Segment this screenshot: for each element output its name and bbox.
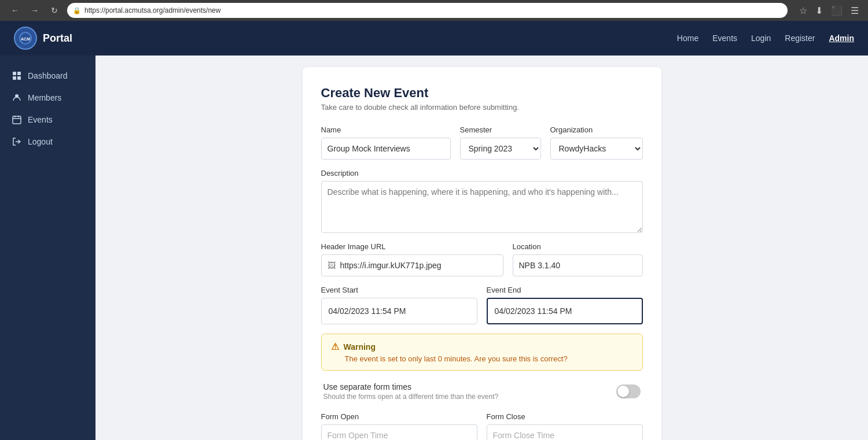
toggle-row: Use separate form times Should the forms… — [323, 382, 641, 401]
event-start-input[interactable] — [321, 298, 477, 324]
warning-icon: ⚠ — [331, 341, 339, 352]
location-label: Location — [513, 242, 643, 251]
logout-icon — [12, 136, 22, 147]
org-label: Organization — [550, 125, 643, 134]
form-open-label: Form Open — [321, 412, 477, 421]
svg-rect-5 — [17, 76, 21, 80]
app-body: Dashboard Members Events — [0, 56, 868, 440]
user-icon — [12, 93, 22, 103]
lock-icon: 🔒 — [73, 7, 81, 14]
description-label: Description — [321, 169, 643, 178]
grid-icon — [12, 71, 22, 81]
form-subtitle: Take care to double check all informatio… — [321, 103, 643, 112]
event-datetime-row: Event Start Event End — [321, 286, 643, 324]
sidebar-events-label: Events — [28, 115, 53, 124]
sidebar-item-members[interactable]: Members — [0, 87, 95, 109]
header-image-input[interactable] — [340, 261, 497, 270]
extensions-icon[interactable]: ⬛ — [829, 4, 845, 17]
sidebar-item-events[interactable]: Events — [0, 109, 95, 131]
description-textarea[interactable] — [321, 181, 643, 233]
name-label: Name — [321, 125, 451, 134]
semester-select[interactable]: Spring 2023 — [460, 138, 541, 160]
main-nav: Home Events Login Register Admin — [677, 34, 854, 43]
svg-rect-4 — [13, 76, 16, 80]
nav-login[interactable]: Login — [751, 34, 771, 43]
location-group: Location — [513, 242, 643, 276]
forward-button[interactable]: → — [27, 2, 43, 19]
event-start-group: Event Start — [321, 286, 477, 324]
svg-rect-2 — [13, 72, 16, 75]
nav-admin[interactable]: Admin — [829, 34, 854, 43]
url-text: https://portal.acmutsa.org/admin/events/… — [84, 6, 220, 14]
svg-text:ACM: ACM — [21, 37, 30, 41]
app-title: Portal — [43, 32, 72, 45]
name-input[interactable] — [321, 138, 451, 160]
sidebar-members-label: Members — [28, 93, 61, 102]
toggle-sublabel: Should the forms open at a different tim… — [323, 393, 499, 401]
calendar-icon — [12, 114, 22, 125]
sidebar-dashboard-label: Dashboard — [28, 71, 68, 80]
semester-group: Semester Spring 2023 — [460, 125, 541, 160]
location-input[interactable] — [513, 254, 643, 276]
reload-button[interactable]: ↻ — [46, 2, 62, 19]
logo-area: ACM Portal — [14, 27, 72, 50]
back-button[interactable]: ← — [7, 2, 23, 19]
warning-box: ⚠ Warning The event is set to only last … — [321, 334, 643, 371]
browser-nav-buttons[interactable]: ← → ↻ — [7, 2, 62, 19]
sidebar: Dashboard Members Events — [0, 56, 95, 440]
header-image-label: Header Image URL — [321, 242, 503, 251]
form-open-group: Form Open — [321, 412, 477, 440]
svg-rect-3 — [17, 72, 21, 75]
svg-rect-7 — [13, 116, 21, 124]
browser-action-buttons[interactable]: ☆ ⬇ ⬛ ☰ — [797, 4, 861, 17]
download-icon[interactable]: ⬇ — [813, 4, 825, 17]
nav-register[interactable]: Register — [785, 34, 815, 43]
logo-icon: ACM — [14, 27, 37, 50]
name-semester-org-row: Name Semester Spring 2023 Organization R… — [321, 125, 643, 160]
image-icon: 🖼 — [328, 261, 336, 270]
sidebar-item-logout[interactable]: Logout — [0, 131, 95, 153]
toggle-label: Use separate form times — [323, 382, 499, 391]
sidebar-item-dashboard[interactable]: Dashboard — [0, 65, 95, 87]
form-close-label: Form Close — [487, 412, 643, 421]
image-url-wrapper: 🖼 — [321, 254, 503, 276]
event-end-input[interactable] — [487, 298, 643, 324]
form-close-group: Form Close — [487, 412, 643, 440]
address-bar[interactable]: 🔒 https://portal.acmutsa.org/admin/event… — [67, 3, 788, 18]
form-open-input[interactable] — [321, 424, 477, 440]
main-content: Create New Event Take care to double che… — [95, 56, 868, 440]
toggle-section: Use separate form times Should the forms… — [321, 382, 643, 401]
name-group: Name — [321, 125, 451, 160]
nav-events[interactable]: Events — [712, 34, 737, 43]
org-group: Organization RowdyHacks — [550, 125, 643, 160]
image-location-row: Header Image URL 🖼 Location — [321, 242, 643, 276]
warning-header: ⚠ Warning — [331, 341, 633, 352]
header-image-group: Header Image URL 🖼 — [321, 242, 503, 276]
event-end-label: Event End — [487, 286, 643, 294]
app-header: ACM Portal Home Events Login Register Ad… — [0, 21, 868, 56]
form-times-row: Form Open Form Close — [321, 412, 643, 440]
sidebar-logout-label: Logout — [28, 137, 53, 146]
event-start-label: Event Start — [321, 286, 477, 294]
warning-title: Warning — [344, 342, 376, 352]
warning-message: The event is set to only last 0 minutes.… — [345, 354, 633, 363]
toggle-switch[interactable] — [616, 384, 641, 398]
form-close-input[interactable] — [487, 424, 643, 440]
event-end-group: Event End — [487, 286, 643, 324]
description-group: Description — [321, 169, 643, 233]
create-event-form: Create New Event Take care to double che… — [303, 67, 661, 440]
toggle-text: Use separate form times Should the forms… — [323, 382, 499, 401]
nav-home[interactable]: Home — [677, 34, 698, 43]
org-select[interactable]: RowdyHacks — [550, 138, 643, 160]
menu-icon[interactable]: ☰ — [848, 4, 861, 17]
bookmark-icon[interactable]: ☆ — [797, 4, 810, 17]
browser-chrome: ← → ↻ 🔒 https://portal.acmutsa.org/admin… — [0, 0, 868, 21]
semester-label: Semester — [460, 125, 541, 134]
form-title: Create New Event — [321, 86, 643, 101]
